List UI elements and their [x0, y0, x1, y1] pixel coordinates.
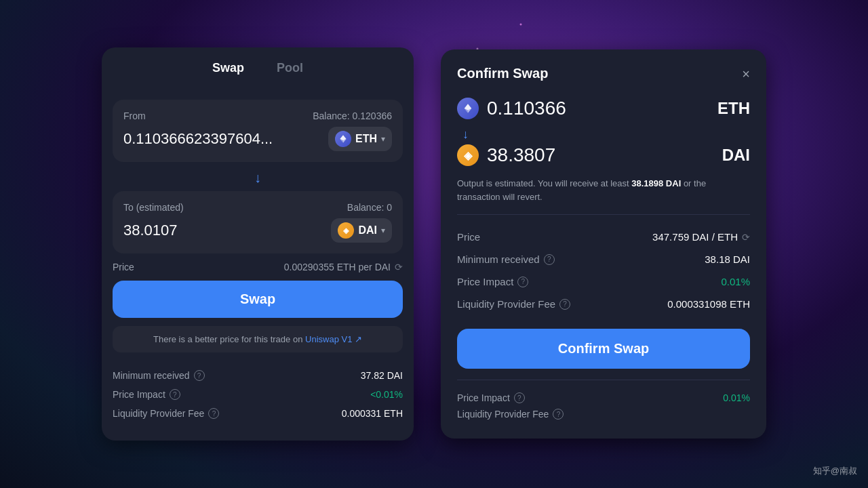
- confirm-price-value: 347.759 DAI / ETH ⟳: [652, 231, 750, 243]
- from-token-selector[interactable]: ETH ▾: [328, 127, 392, 151]
- confirm-from-row: 0.110366 ETH: [457, 98, 750, 119]
- confirm-lp-fee-info-icon[interactable]: ?: [559, 299, 570, 310]
- from-input-row: 0.110366623397604... ETH ▾: [123, 127, 392, 151]
- price-impact-value: <0.01%: [370, 389, 403, 400]
- confirm-stat-impact: Price Impact ? 0.01%: [457, 270, 750, 293]
- confirm-to-token: DAI: [722, 146, 750, 165]
- price-refresh-icon[interactable]: ⟳: [395, 262, 403, 272]
- swap-button[interactable]: Swap: [113, 281, 403, 318]
- from-header: From Balance: 0.120366: [123, 110, 392, 121]
- estimated-note: Output is estimated. You will receive at…: [457, 177, 750, 203]
- price-row: Price 0.00290355 ETH per DAI ⟳: [113, 262, 403, 272]
- modal-divider: [457, 214, 750, 215]
- to-input-row: 38.0107 ◈ DAI ▾: [123, 218, 392, 243]
- uniswap-v1-link[interactable]: Uniswap V1 ↗: [305, 334, 362, 344]
- confirm-impact-value: 0.01%: [721, 276, 750, 287]
- to-section: To (estimated) Balance: 0 38.0107 ◈ DAI …: [113, 191, 403, 253]
- min-received-label: Minimum received ?: [113, 370, 205, 381]
- confirm-dai-icon: ◈: [457, 144, 479, 166]
- confirm-impact-label: Price Impact ?: [457, 276, 528, 287]
- from-balance: Balance: 0.120366: [313, 110, 392, 121]
- stat-row-price-impact: Price Impact ? <0.01%: [113, 385, 403, 404]
- to-chevron-icon: ▾: [381, 226, 385, 235]
- bottom-impact-value: 0.01%: [723, 392, 750, 403]
- confirm-min-value: 38.18 DAI: [705, 253, 750, 265]
- modal-title: Confirm Swap: [457, 66, 548, 81]
- lp-fee-value: 0.000331 ETH: [342, 408, 403, 419]
- price-value: 0.00290355 ETH per DAI ⟳: [284, 262, 403, 272]
- to-label: To (estimated): [123, 202, 184, 213]
- content-wrapper: Swap Pool From Balance: 0.120366 0.11036…: [0, 0, 868, 488]
- bottom-impact-label: Price Impact ?: [457, 392, 525, 403]
- to-token-name: DAI: [358, 224, 377, 237]
- bottom-impact-info-icon[interactable]: ?: [514, 392, 525, 403]
- confirm-arrow-container: ↓: [457, 125, 750, 144]
- confirm-price-refresh-icon[interactable]: ⟳: [742, 232, 750, 243]
- swap-arrow-container: ↓: [113, 165, 403, 191]
- price-label: Price: [113, 262, 134, 272]
- from-token-name: ETH: [355, 133, 377, 145]
- swap-direction-arrow[interactable]: ↓: [254, 170, 261, 186]
- to-amount[interactable]: 38.0107: [123, 222, 313, 239]
- from-chevron-icon: ▾: [381, 134, 385, 144]
- swap-card: Swap Pool From Balance: 0.120366 0.11036…: [102, 47, 414, 441]
- tabs: Swap Pool: [113, 58, 403, 86]
- tab-swap[interactable]: Swap: [207, 58, 250, 78]
- bottom-lp-fee-info-icon[interactable]: ?: [553, 409, 564, 420]
- from-amount[interactable]: 0.110366623397604...: [123, 130, 313, 148]
- price-impact-info-icon[interactable]: ?: [170, 389, 180, 400]
- min-received-value: 37.82 DAI: [361, 370, 403, 381]
- tab-pool[interactable]: Pool: [271, 58, 309, 78]
- min-received-info-icon[interactable]: ?: [194, 370, 205, 381]
- confirm-to-left: ◈ 38.3807: [457, 144, 555, 166]
- confirm-from-amount: 0.110366: [487, 98, 566, 119]
- stat-row-min-received: Minimum received ? 37.82 DAI: [113, 366, 403, 385]
- to-header: To (estimated) Balance: 0: [123, 202, 392, 213]
- lp-fee-label: Liquidity Provider Fee ?: [113, 408, 219, 419]
- confirm-swap-button[interactable]: Confirm Swap: [457, 329, 750, 369]
- close-modal-button[interactable]: ×: [742, 67, 750, 81]
- bottom-lp-fee-label: Liquidity Provider Fee ?: [457, 409, 564, 420]
- better-price-notice: There is a better price for this trade o…: [113, 326, 403, 352]
- bottom-stats: Price Impact ? 0.01% Liquidity Provider …: [457, 380, 750, 422]
- confirm-direction-arrow: ↓: [462, 127, 469, 141]
- lp-fee-info-icon[interactable]: ?: [208, 408, 219, 419]
- confirm-from-token: ETH: [717, 99, 750, 118]
- confirm-stat-lp-fee: Liquidity Provider Fee ? 0.000331098 ETH: [457, 293, 750, 315]
- confirm-price-label: Price: [457, 231, 480, 243]
- confirm-eth-icon: [457, 98, 479, 119]
- confirm-lp-fee-label: Liquidity Provider Fee ?: [457, 298, 570, 310]
- confirm-stat-price: Price 347.759 DAI / ETH ⟳: [457, 226, 750, 248]
- eth-icon: [335, 131, 351, 147]
- confirm-to-amount: 38.3807: [487, 144, 555, 166]
- price-impact-label: Price Impact ?: [113, 389, 180, 400]
- confirm-min-info-icon[interactable]: ?: [544, 254, 555, 265]
- confirm-impact-info-icon[interactable]: ?: [517, 277, 528, 287]
- confirm-modal: Confirm Swap × 0.110366 ETH ↓: [441, 49, 766, 439]
- modal-header: Confirm Swap ×: [457, 66, 750, 81]
- to-token-selector[interactable]: ◈ DAI ▾: [331, 218, 392, 243]
- confirm-to-row: ◈ 38.3807 DAI: [457, 144, 750, 166]
- bottom-stat-lp-fee: Liquidity Provider Fee ?: [457, 406, 750, 422]
- watermark: 知乎@南叔: [813, 465, 857, 477]
- confirm-stat-min: Minimum received ? 38.18 DAI: [457, 248, 750, 270]
- confirm-from-left: 0.110366: [457, 98, 566, 119]
- bottom-stat-impact: Price Impact ? 0.01%: [457, 390, 750, 406]
- stats-section: Minimum received ? 37.82 DAI Price Impac…: [113, 363, 403, 426]
- confirm-stats: Price 347.759 DAI / ETH ⟳ Minimum receiv…: [457, 226, 750, 315]
- dai-icon: ◈: [338, 222, 354, 239]
- from-label: From: [123, 110, 146, 121]
- confirm-min-label: Minimum received ?: [457, 253, 555, 265]
- confirm-lp-fee-value: 0.000331098 ETH: [667, 298, 750, 310]
- stat-row-lp-fee: Liquidity Provider Fee ? 0.000331 ETH: [113, 404, 403, 423]
- to-balance: Balance: 0: [347, 202, 392, 213]
- from-section: From Balance: 0.120366 0.110366623397604…: [113, 100, 403, 162]
